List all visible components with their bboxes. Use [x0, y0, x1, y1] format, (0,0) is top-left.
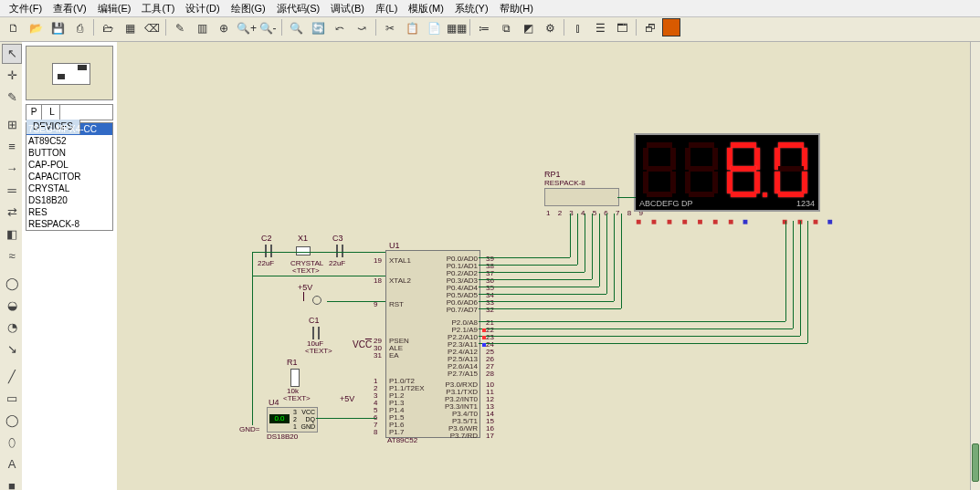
- toolbar-button[interactable]: 📂: [26, 18, 46, 38]
- menu-item[interactable]: 设计(D): [180, 0, 225, 17]
- toolbar-button[interactable]: ◩: [518, 18, 538, 38]
- device-list-item[interactable]: CAP-POL: [26, 159, 112, 171]
- toolbar-button[interactable]: 🗗: [640, 18, 660, 38]
- picker-tab-l[interactable]: L: [45, 105, 60, 120]
- side-tool[interactable]: ═: [2, 181, 22, 201]
- menu-item[interactable]: 库(L): [370, 0, 403, 17]
- toolbar-button[interactable]: 📄: [424, 18, 444, 38]
- u4-ref: U4: [269, 398, 279, 407]
- toolbar-button[interactable]: ⊕: [214, 18, 234, 38]
- toolbar-button[interactable]: ☰: [590, 18, 610, 38]
- toolbar-button[interactable]: ⌫: [142, 18, 162, 38]
- side-tool[interactable]: ✛: [2, 66, 22, 86]
- toolbar-button[interactable]: 📋: [402, 18, 422, 38]
- rp1-ref: RP1: [544, 170, 561, 179]
- side-tool[interactable]: ◒: [2, 296, 22, 316]
- menu-item[interactable]: 查看(V): [47, 0, 92, 17]
- toolbar-button[interactable]: ✂: [380, 18, 400, 38]
- side-tool[interactable]: →: [2, 159, 22, 179]
- menu-item[interactable]: 源代码(S): [271, 0, 326, 17]
- scrollbar-thumb[interactable]: [972, 443, 979, 482]
- respack-rp1[interactable]: [544, 188, 619, 206]
- side-tool[interactable]: ≈: [2, 246, 22, 266]
- picker-tab-p[interactable]: P: [26, 105, 42, 120]
- menu-item[interactable]: 工具(T): [136, 0, 180, 17]
- device-list-item[interactable]: RESPACK-8: [26, 218, 112, 230]
- device-list-item[interactable]: CAPACITOR: [26, 171, 112, 182]
- device-list[interactable]: 7SEG-MPX4-CCAT89C52BUTTONCAP-POLCAPACITO…: [26, 122, 113, 231]
- ds18b20-u4[interactable]: 0.0 VCC DQ GND 3 2 1: [267, 407, 318, 433]
- toolbar-button[interactable]: 🔄: [308, 18, 328, 38]
- menu-item[interactable]: 文件(F): [4, 0, 47, 17]
- device-list-item[interactable]: BUTTON: [26, 147, 112, 159]
- toolbar-button[interactable]: 💾: [47, 18, 68, 38]
- toolbar-button[interactable]: ≔: [474, 18, 494, 38]
- toolbar-button[interactable]: ⎙: [69, 18, 90, 38]
- side-tool[interactable]: ◯: [2, 274, 22, 294]
- device-list-item[interactable]: CRYSTAL: [26, 182, 112, 194]
- side-tool[interactable]: ⬯: [2, 433, 22, 453]
- seg-digit-4: [773, 141, 809, 197]
- menu-item[interactable]: 帮助(H): [494, 0, 539, 17]
- side-tool[interactable]: ╱: [2, 367, 22, 387]
- toolbar-button[interactable]: 🔍+: [236, 18, 256, 38]
- schematic-canvas[interactable]: RP1 RESPACK-8 1 2 3 4 5 6 7 8 9: [117, 42, 971, 490]
- toolbar-button[interactable]: ▦▦: [446, 18, 466, 38]
- side-tool[interactable]: ▭: [2, 389, 22, 409]
- menu-item[interactable]: 模版(M): [403, 0, 449, 17]
- cap-c1[interactable]: [312, 327, 320, 339]
- menu-item[interactable]: 调试(B): [325, 0, 370, 17]
- mcu-u1[interactable]: XTAL119XTAL218RST9PSEN29ALE30EA31P1.0/T2…: [385, 250, 480, 438]
- crystal-x1[interactable]: [296, 246, 311, 255]
- toolbar-button[interactable]: ⤻: [352, 18, 372, 38]
- menu-item[interactable]: 系统(Y): [449, 0, 494, 17]
- toolbar-button[interactable]: ⫿: [568, 18, 588, 38]
- toolbar-button[interactable]: 🗁: [98, 18, 118, 38]
- toolbar-button[interactable]: 🔍-: [258, 18, 278, 38]
- vertical-scrollbar[interactable]: [970, 42, 980, 490]
- device-list-item[interactable]: RES: [26, 206, 112, 218]
- mode-picker[interactable]: P L DEVICES: [26, 104, 113, 120]
- left-tool-strip: ↖✛✎⊞≡→═⇄◧≈◯◒◔↘╱▭◯⬯A■＋↻↺↔↕: [0, 42, 23, 490]
- side-tool[interactable]: ◯: [2, 411, 22, 431]
- cap-c2[interactable]: [265, 245, 272, 257]
- c2-ref: C2: [261, 234, 272, 243]
- toolbar-button[interactable]: ⤺: [330, 18, 350, 38]
- button[interactable]: [312, 296, 321, 305]
- toolbar-button[interactable]: ⧉: [496, 18, 516, 38]
- device-list-item[interactable]: DS18B20: [26, 194, 112, 206]
- menu-item[interactable]: 绘图(G): [226, 0, 271, 17]
- toolbar-button[interactable]: 🔍: [286, 18, 306, 38]
- device-list-item[interactable]: 7SEG-MPX4-CC: [26, 123, 112, 135]
- toolbar-button[interactable]: 🗋: [4, 18, 24, 38]
- side-tool[interactable]: ◔: [2, 318, 22, 338]
- side-tool[interactable]: ≡: [2, 137, 22, 157]
- vcc-label-2: +5V: [340, 394, 354, 403]
- probe-icon: [482, 343, 486, 347]
- toolbar-button[interactable]: ▦: [120, 18, 140, 38]
- toolbar-button[interactable]: ✎: [170, 18, 190, 38]
- side-tool[interactable]: ⊞: [2, 115, 22, 135]
- seven-seg-display[interactable]: ABCDEFG DP 1234: [634, 133, 820, 212]
- c2-val: 22uF: [258, 259, 274, 267]
- side-tool[interactable]: ✎: [2, 88, 22, 108]
- res-r1[interactable]: [290, 369, 300, 387]
- overview-thumbnail[interactable]: [26, 46, 113, 100]
- menu-item[interactable]: 编辑(E): [92, 0, 137, 17]
- cap-c3[interactable]: [336, 245, 343, 257]
- side-tool[interactable]: ↖: [2, 44, 22, 64]
- accent-icon[interactable]: [662, 18, 680, 36]
- c1-txt: <TEXT>: [305, 347, 332, 355]
- side-tool[interactable]: ↘: [2, 339, 22, 360]
- workspace: ↖✛✎⊞≡→═⇄◧≈◯◒◔↘╱▭◯⬯A■＋↻↺↔↕ P L DEVICES 7S…: [0, 42, 980, 490]
- device-list-item[interactable]: AT89C52: [26, 135, 112, 147]
- side-tool[interactable]: A: [2, 454, 22, 474]
- vcc-label-1: +5V: [298, 283, 312, 292]
- side-tool[interactable]: ⇄: [2, 203, 22, 223]
- side-tool[interactable]: ■: [2, 476, 22, 490]
- side-tool[interactable]: ◧: [2, 224, 22, 245]
- toolbar-button[interactable]: 🗔: [612, 18, 632, 38]
- menu-bar: 文件(F)查看(V)编辑(E)工具(T)设计(D)绘图(G)源代码(S)调试(B…: [0, 0, 980, 17]
- toolbar-button[interactable]: ⚙: [540, 18, 560, 38]
- toolbar-button[interactable]: ▥: [192, 18, 212, 38]
